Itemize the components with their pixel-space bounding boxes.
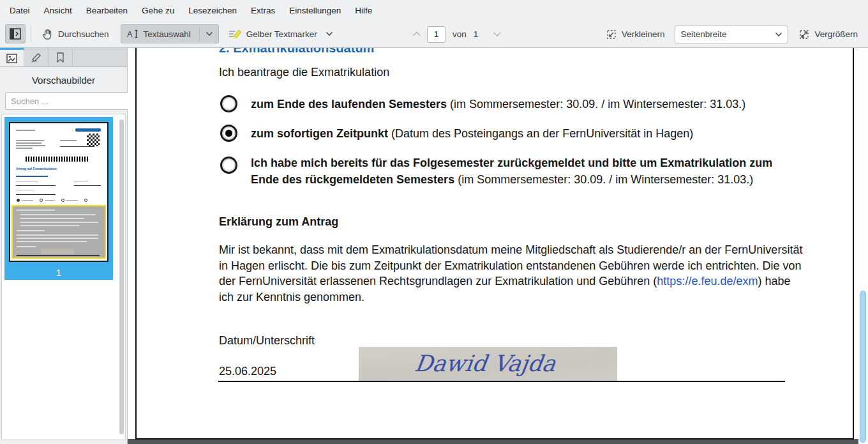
zoom-mode-combobox[interactable]: Seitenbreite bbox=[675, 26, 788, 43]
thumbnail-page-1[interactable]: Antrag auf Exmatrikulation bbox=[4, 117, 113, 280]
menu-bar: Datei Ansicht Bearbeiten Gehe zu Lesezei… bbox=[0, 0, 868, 20]
chevron-down-icon bbox=[775, 32, 782, 37]
thumbnail-barcode bbox=[26, 157, 89, 162]
thumbnail-viewport-highlight[interactable] bbox=[11, 205, 106, 259]
option-3-text: Ich habe mich bereits für das Folgesemes… bbox=[251, 155, 790, 188]
sidebar-tabs bbox=[0, 48, 127, 67]
thumbnail-qr-code bbox=[87, 134, 100, 146]
zoom-out-label: Verkleinern bbox=[622, 29, 665, 39]
page-of-label: von bbox=[453, 29, 467, 39]
thumbnail-form-title: Antrag auf Exmatrikulation bbox=[16, 167, 57, 171]
zoom-in-label: Vergrößern bbox=[814, 29, 858, 39]
zoom-out-icon bbox=[606, 29, 617, 40]
bookmark-icon bbox=[56, 52, 64, 63]
zoom-in-button[interactable]: Vergrößern bbox=[793, 25, 863, 44]
sidebar-scrollbar[interactable] bbox=[119, 119, 124, 434]
text-selection-icon: A bbox=[126, 28, 139, 40]
thumbnails-icon bbox=[6, 54, 17, 63]
thumbnail-search-row bbox=[0, 92, 127, 114]
menu-bearbeiten[interactable]: Bearbeiten bbox=[79, 2, 135, 19]
thumbnail-signature bbox=[41, 249, 74, 254]
section-heading-clipped: 2. Exmatrikulationsdatum bbox=[219, 48, 374, 56]
hand-icon bbox=[41, 28, 54, 40]
next-page-icon[interactable] bbox=[493, 31, 502, 37]
declaration-link[interactable]: https://e.feu.de/exm bbox=[657, 275, 758, 287]
sidebar-panel-icon bbox=[10, 28, 21, 40]
chevron-down-icon[interactable] bbox=[206, 31, 213, 36]
menu-einstellungen[interactable]: Einstellungen bbox=[282, 2, 348, 19]
previous-page-icon[interactable] bbox=[412, 31, 421, 37]
browse-tool-label: Durchsuchen bbox=[58, 29, 109, 39]
menu-gehe-zu[interactable]: Gehe zu bbox=[135, 2, 181, 19]
option-2-text: zum sofortigen Zeitpunkt (Datum des Post… bbox=[251, 126, 693, 142]
menu-extras[interactable]: Extras bbox=[244, 2, 282, 19]
menu-datei[interactable]: Datei bbox=[3, 2, 37, 19]
chevron-down-icon[interactable] bbox=[326, 31, 333, 36]
radio-next-semester[interactable] bbox=[220, 157, 237, 174]
highlighter-label: Gelber Textmarker bbox=[246, 29, 317, 39]
page-count-label: 1 bbox=[474, 29, 479, 39]
zoom-mode-value: Seitenbreite bbox=[680, 29, 726, 39]
thumbnail-list: Antrag auf Exmatrikulation bbox=[1, 114, 126, 440]
highlighter-tool-button[interactable]: Gelber Textmarker bbox=[223, 24, 338, 43]
signature-date: 25.06.2025 bbox=[219, 365, 276, 378]
svg-text:A: A bbox=[126, 29, 132, 39]
view-background bbox=[128, 439, 868, 444]
toolbar: Durchsuchen A Textauswahl Gelber Textmar… bbox=[0, 20, 868, 48]
sidebar: Vorschaubilder bbox=[0, 48, 128, 444]
zoom-out-button[interactable]: Verkleinern bbox=[601, 25, 670, 44]
annotation-pen-icon bbox=[31, 52, 42, 63]
page-number-input[interactable] bbox=[427, 26, 445, 43]
sidebar-title: Vorschaubilder bbox=[0, 67, 127, 92]
page-navigation: von 1 bbox=[412, 20, 502, 48]
sidebar-toggle-button[interactable] bbox=[5, 24, 26, 43]
signature-line bbox=[218, 381, 785, 382]
vertical-scrollbar-thumb[interactable] bbox=[860, 291, 866, 443]
tab-bookmarks[interactable] bbox=[49, 48, 73, 66]
signature-label: Datum/Unterschrift bbox=[219, 334, 315, 348]
document-view: 2. Exmatrikulationsdatum Ich beantrage d… bbox=[128, 48, 868, 444]
browse-tool-button[interactable]: Durchsuchen bbox=[36, 24, 114, 43]
menu-hilfe[interactable]: Hilfe bbox=[348, 2, 379, 19]
zoom-controls: Verkleinern Seitenbreite Vergrößern bbox=[601, 20, 863, 48]
text-selection-tool-button[interactable]: A Textauswahl bbox=[121, 24, 219, 43]
zoom-in-icon bbox=[798, 29, 810, 40]
declaration-paragraph: Mir ist bekannt, dass mit dem Exmatrikul… bbox=[219, 242, 806, 305]
highlighter-icon bbox=[228, 27, 242, 40]
menu-lesezeichen[interactable]: Lesezeichen bbox=[181, 2, 244, 19]
pdf-page: 2. Exmatrikulationsdatum Ich beantrage d… bbox=[135, 48, 854, 440]
radio-end-of-semester[interactable] bbox=[220, 95, 237, 112]
signature-image: Dawid Vajda bbox=[359, 347, 617, 381]
button-divider bbox=[199, 27, 200, 40]
thumbnail-page-image: Antrag auf Exmatrikulation bbox=[9, 122, 108, 262]
menu-ansicht[interactable]: Ansicht bbox=[37, 2, 79, 19]
search-input[interactable] bbox=[5, 92, 129, 110]
option-1-text: zum Ende des laufenden Semesters (im Som… bbox=[251, 96, 745, 113]
intro-text: Ich beantrage die Exmatrikulation bbox=[219, 66, 389, 79]
tab-thumbnails[interactable] bbox=[0, 48, 24, 66]
declaration-heading: Erklärung zum Antrag bbox=[219, 215, 338, 229]
toolbar-separator bbox=[31, 26, 31, 42]
tab-annotations[interactable] bbox=[24, 48, 49, 66]
signature-name: Dawid Vajda bbox=[413, 350, 557, 376]
thumbnail-page-number: 1 bbox=[4, 267, 113, 278]
text-selection-label: Textauswahl bbox=[144, 29, 191, 39]
vertical-scrollbar-track[interactable] bbox=[858, 48, 868, 444]
radio-immediate[interactable] bbox=[220, 125, 237, 142]
